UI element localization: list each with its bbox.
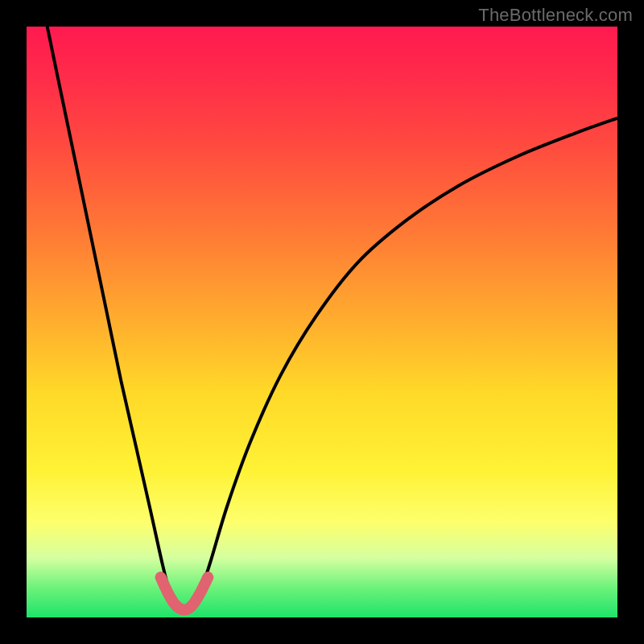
curve-group: [47, 27, 617, 610]
valley-marker-line: [161, 577, 208, 609]
right-branch-line: [198, 118, 617, 600]
curves-svg: [27, 27, 617, 617]
left-branch-line: [47, 27, 171, 600]
watermark-text: TheBottleneck.com: [478, 5, 633, 26]
plot-area: [27, 27, 617, 617]
outer-frame: TheBottleneck.com: [0, 0, 644, 644]
